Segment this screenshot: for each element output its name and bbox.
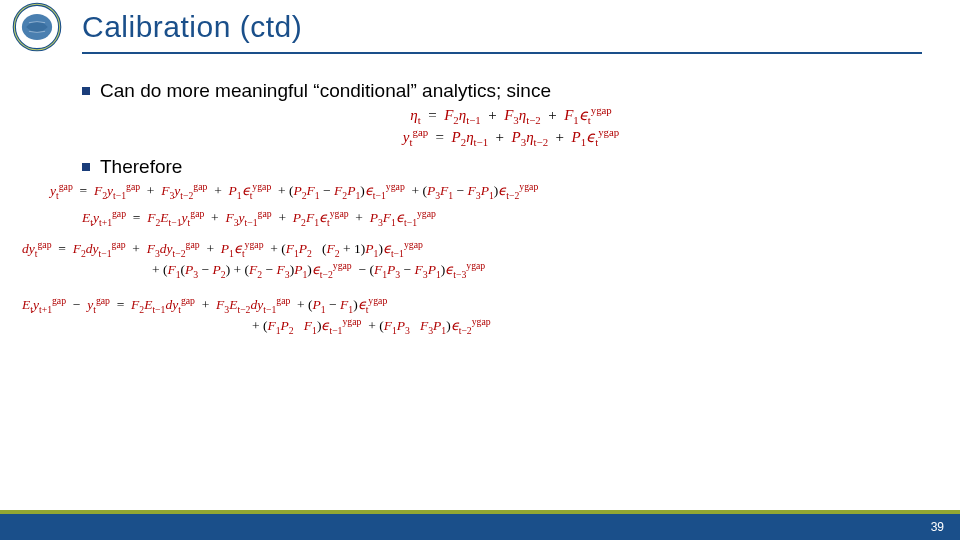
equation-yt: ytgap = F2yt−1gap + F3yt−2gap + P1ϵtygap… xyxy=(50,182,940,199)
equation-dyt-line2: + (F1(P3 − P2) + (F2 − F3)P1)ϵt−2ygap − … xyxy=(152,261,940,278)
bullet-can-do: Can do more meaningful “conditional” ana… xyxy=(82,80,940,102)
equation-dyt-line1: dytgap = F2dyt−1gap + F3dyt−2gap + P1ϵty… xyxy=(22,240,940,257)
bullet-therefore: Therefore xyxy=(82,156,940,178)
equation-eta: ηt = F2ηt−1 + F3ηt−2 + F1ϵtygap xyxy=(82,106,940,124)
footer: 39 xyxy=(0,508,960,540)
equation-block-therefore: ytgap = F2yt−1gap + F3yt−2gap + P1ϵtygap… xyxy=(22,182,940,334)
page-number: 39 xyxy=(931,520,944,534)
content-area: Can do more meaningful “conditional” ana… xyxy=(82,70,940,338)
equation-final-line1: Etyt+1gap − ytgap = F2Et−1dytgap + F3Et−… xyxy=(22,296,940,313)
slide-title: Calibration (ctd) xyxy=(82,10,302,44)
equation-final-line2: + (F1P2 F1)ϵt−1ygap + (F1P3 F3P1)ϵt−2yga… xyxy=(252,317,940,334)
title-underline xyxy=(82,52,922,54)
imf-logo xyxy=(10,0,64,58)
footer-main-bar xyxy=(0,514,960,540)
equation-block-since: ηt = F2ηt−1 + F3ηt−2 + F1ϵtygap ytgap = … xyxy=(82,106,940,146)
equation-Et-ytp1: Etyt+1gap = F2Et−1ytgap + F3yt−1gap + P2… xyxy=(82,209,940,226)
slide: Calibration (ctd) Can do more meaningful… xyxy=(0,0,960,540)
equation-ygap: ytgap = P2ηt−1 + P3ηt−2 + P1ϵtygap xyxy=(82,128,940,146)
